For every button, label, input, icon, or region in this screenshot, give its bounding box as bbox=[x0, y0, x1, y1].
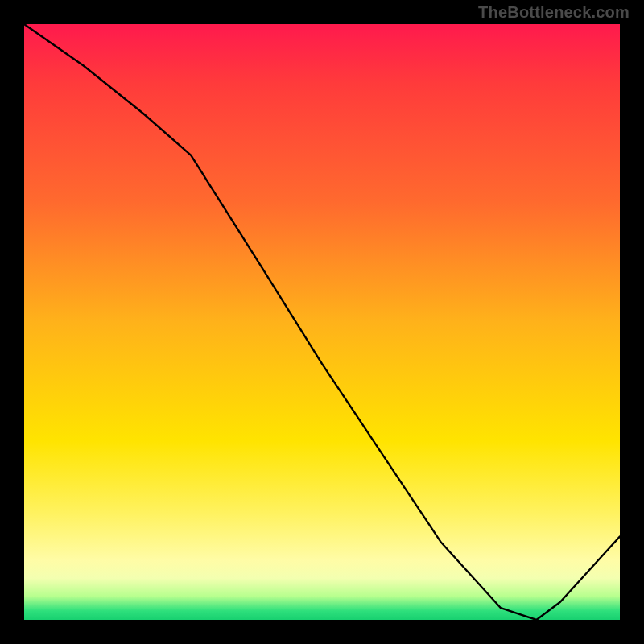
chart-stage: TheBottleneck.com bbox=[0, 0, 644, 644]
plot-area bbox=[24, 24, 620, 620]
bottleneck-curve bbox=[24, 24, 620, 620]
attribution-text: TheBottleneck.com bbox=[478, 3, 630, 22]
